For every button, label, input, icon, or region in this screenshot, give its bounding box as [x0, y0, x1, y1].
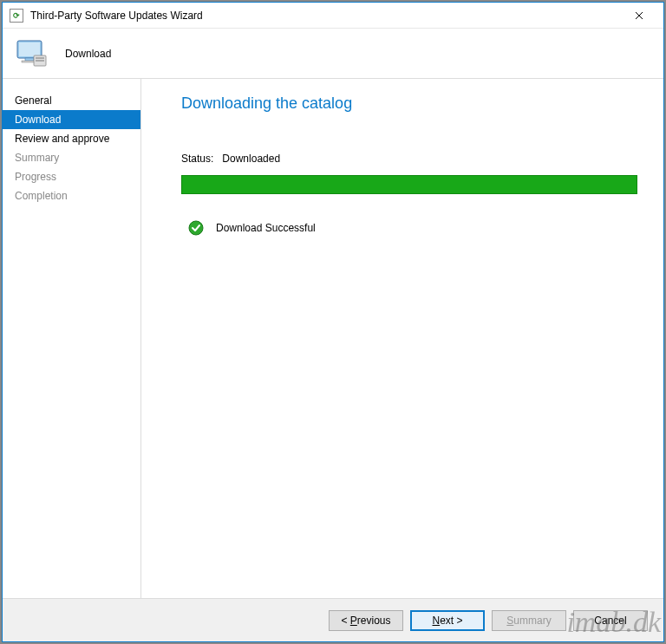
sidebar-item-download[interactable]: Download — [3, 110, 140, 129]
sidebar-item-completion: Completion — [3, 186, 140, 205]
close-button[interactable] — [622, 3, 656, 28]
titlebar: ⟳ Third-Party Software Updates Wizard — [3, 3, 663, 29]
sidebar-item-progress: Progress — [3, 167, 140, 186]
status-label: Status: — [181, 153, 213, 165]
wizard-body: General Download Review and approve Summ… — [3, 79, 663, 598]
wizard-header: Download — [3, 29, 663, 79]
header-section-label: Download — [65, 48, 111, 60]
result-row: Download Successful — [181, 220, 637, 236]
cancel-button[interactable]: Cancel — [573, 610, 648, 631]
monitor-icon — [15, 36, 49, 71]
svg-rect-5 — [36, 57, 44, 59]
wizard-sidebar: General Download Review and approve Summ… — [3, 79, 141, 598]
svg-point-7 — [189, 221, 203, 235]
svg-rect-2 — [25, 58, 34, 61]
check-success-icon — [188, 220, 204, 236]
sidebar-item-general[interactable]: General — [3, 91, 140, 110]
app-icon: ⟳ — [10, 9, 23, 23]
previous-button[interactable]: < Previous — [329, 610, 403, 631]
wizard-content: Downloading the catalog Status: Download… — [141, 79, 663, 598]
status-row: Status: Downloaded — [181, 153, 637, 165]
svg-rect-6 — [36, 60, 44, 62]
sidebar-item-review-approve[interactable]: Review and approve — [3, 129, 140, 148]
progress-bar — [181, 175, 637, 194]
result-text: Download Successful — [216, 222, 316, 234]
wizard-window: ⟳ Third-Party Software Updates Wizard Do… — [2, 2, 664, 642]
next-button[interactable]: Next > — [410, 610, 485, 631]
svg-rect-1 — [19, 42, 40, 56]
summary-button: Summary — [492, 610, 566, 631]
close-icon — [635, 11, 643, 20]
status-value: Downloaded — [222, 153, 280, 165]
window-title: Third-Party Software Updates Wizard — [30, 10, 622, 22]
page-heading: Downloading the catalog — [181, 94, 637, 113]
wizard-footer: < Previous Next > Summary Cancel — [3, 598, 663, 641]
sidebar-item-summary: Summary — [3, 148, 140, 167]
